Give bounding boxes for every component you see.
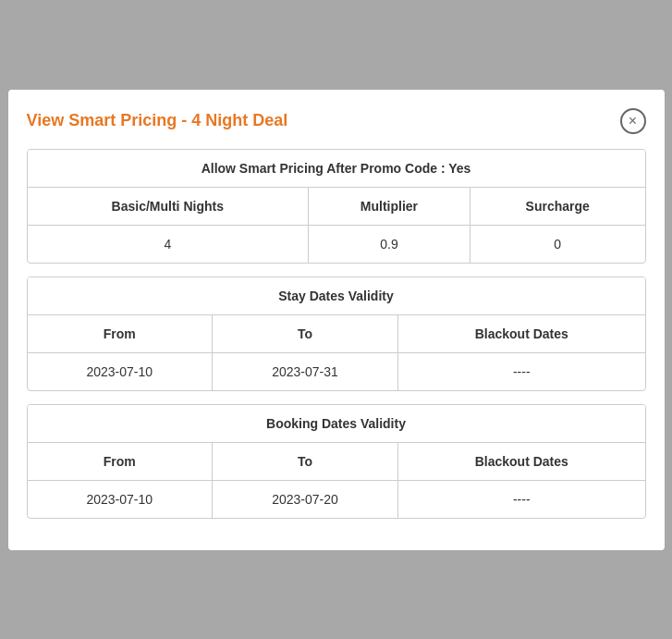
- nights-value: 4: [28, 225, 309, 263]
- booking-from-value: 2023-07-10: [28, 480, 213, 518]
- booking-col-blackout: Blackout Dates: [398, 443, 645, 481]
- booking-to-value: 2023-07-20: [212, 480, 397, 518]
- promo-section: Allow Smart Pricing After Promo Code : Y…: [27, 149, 646, 264]
- stay-dates-row: 2023-07-10 2023-07-31 ----: [28, 352, 645, 390]
- stay-dates-header: Stay Dates Validity: [28, 277, 645, 315]
- booking-col-from: From: [28, 443, 213, 481]
- stay-dates-section: Stay Dates Validity From To Blackout Dat…: [27, 276, 646, 391]
- stay-dates-table: From To Blackout Dates 2023-07-10 2023-0…: [28, 315, 645, 390]
- stay-col-blackout: Blackout Dates: [398, 315, 645, 353]
- booking-col-to: To: [212, 443, 397, 481]
- booking-dates-header-row: From To Blackout Dates: [28, 443, 645, 481]
- close-button[interactable]: ×: [620, 108, 646, 134]
- modal-header: View Smart Pricing - 4 Night Deal ×: [27, 108, 646, 134]
- surcharge-value: 0: [470, 225, 644, 263]
- modal-container: View Smart Pricing - 4 Night Deal × Allo…: [8, 90, 665, 550]
- nights-table-row: 4 0.9 0: [28, 225, 645, 263]
- booking-dates-row: 2023-07-10 2023-07-20 ----: [28, 480, 645, 518]
- col-nights: Basic/Multi Nights: [28, 188, 309, 226]
- stay-blackout-value: ----: [398, 352, 645, 390]
- col-multiplier: Multiplier: [309, 188, 470, 226]
- stay-dates-header-row: From To Blackout Dates: [28, 315, 645, 353]
- stay-to-value: 2023-07-31: [212, 352, 397, 390]
- booking-dates-header: Booking Dates Validity: [28, 405, 645, 443]
- stay-col-to: To: [212, 315, 397, 353]
- booking-dates-table: From To Blackout Dates 2023-07-10 2023-0…: [28, 443, 645, 518]
- modal-overlay: View Smart Pricing - 4 Night Deal × Allo…: [0, 0, 672, 639]
- stay-col-from: From: [28, 315, 213, 353]
- booking-dates-section: Booking Dates Validity From To Blackout …: [27, 404, 646, 519]
- stay-from-value: 2023-07-10: [28, 352, 213, 390]
- promo-header: Allow Smart Pricing After Promo Code : Y…: [28, 150, 645, 188]
- modal-title: View Smart Pricing - 4 Night Deal: [27, 111, 288, 130]
- booking-blackout-value: ----: [398, 480, 645, 518]
- multiplier-value: 0.9: [309, 225, 470, 263]
- nights-table-header-row: Basic/Multi Nights Multiplier Surcharge: [28, 188, 645, 226]
- col-surcharge: Surcharge: [470, 188, 644, 226]
- nights-table: Basic/Multi Nights Multiplier Surcharge …: [28, 188, 645, 263]
